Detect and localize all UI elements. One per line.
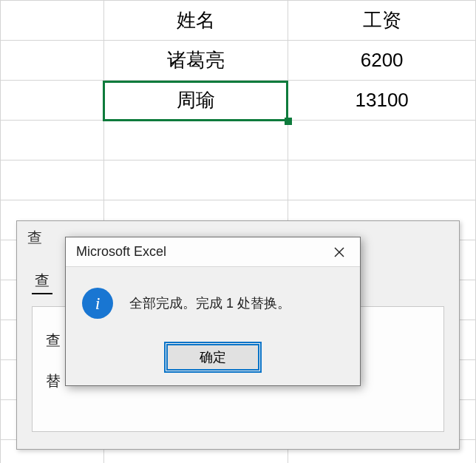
cell-header-name[interactable]: 姓名 xyxy=(103,1,288,41)
cell-header-salary[interactable]: 工资 xyxy=(288,1,476,41)
tab-find[interactable]: 查 xyxy=(32,266,52,294)
cell-name-0[interactable]: 诸葛亮 xyxy=(103,41,288,81)
message-text: 全部完成。完成 1 处替换。 xyxy=(129,294,290,312)
close-button[interactable] xyxy=(323,240,356,264)
fill-handle[interactable] xyxy=(285,118,292,125)
message-box-body: i 全部完成。完成 1 处替换。 xyxy=(66,267,360,339)
cell-empty[interactable] xyxy=(1,121,104,160)
cell-empty[interactable] xyxy=(1,1,104,41)
cell-salary-1[interactable]: 13100 xyxy=(288,81,476,121)
cell-name-1[interactable]: 周瑜 xyxy=(103,81,288,121)
cell-empty[interactable] xyxy=(288,121,476,160)
message-box-titlebar: Microsoft Excel xyxy=(66,237,360,267)
info-icon-glyph: i xyxy=(95,294,101,314)
cell-empty[interactable] xyxy=(288,160,476,200)
cell-empty[interactable] xyxy=(1,81,104,121)
cell-empty[interactable] xyxy=(1,41,104,81)
message-box: Microsoft Excel i 全部完成。完成 1 处替换。 确定 xyxy=(65,237,361,386)
ok-button[interactable]: 确定 xyxy=(166,344,259,371)
cell-empty[interactable] xyxy=(103,121,288,160)
message-box-footer: 确定 xyxy=(66,339,360,385)
close-icon xyxy=(334,247,344,257)
info-icon: i xyxy=(82,288,113,319)
cell-empty[interactable] xyxy=(103,160,288,200)
cell-salary-0[interactable]: 6200 xyxy=(288,41,476,81)
message-box-title: Microsoft Excel xyxy=(76,244,166,260)
cell-empty[interactable] xyxy=(1,160,104,200)
